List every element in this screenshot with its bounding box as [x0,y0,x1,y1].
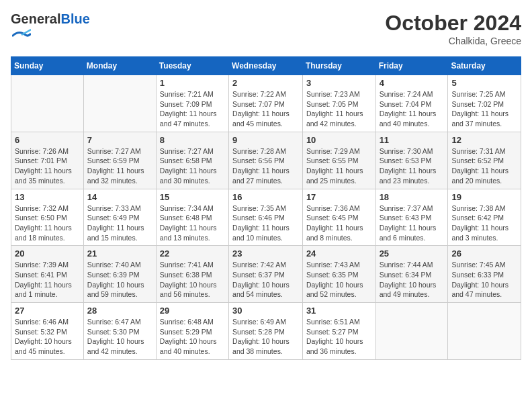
calendar-cell [83,75,156,132]
day-info: Sunrise: 7:23 AMSunset: 7:05 PMDaylight:… [306,89,372,129]
day-info: Sunrise: 7:35 AMSunset: 6:46 PMDaylight:… [232,203,299,243]
logo: GeneralBlue [11,11,90,48]
calendar-cell: 23Sunrise: 7:42 AMSunset: 6:37 PMDayligh… [229,246,303,303]
calendar-week-row: 13Sunrise: 7:32 AMSunset: 6:50 PMDayligh… [11,189,521,246]
calendar-cell: 14Sunrise: 7:33 AMSunset: 6:49 PMDayligh… [83,189,156,246]
day-number: 22 [160,248,225,259]
day-number: 11 [380,135,445,145]
day-info: Sunrise: 7:29 AMSunset: 6:55 PMDaylight:… [306,146,372,186]
day-info: Sunrise: 7:44 AMSunset: 6:34 PMDaylight:… [380,260,445,300]
calendar-cell: 27Sunrise: 6:46 AMSunset: 5:32 PMDayligh… [11,303,84,360]
day-number: 1 [160,78,225,88]
day-number: 26 [451,248,517,259]
day-info: Sunrise: 7:45 AMSunset: 6:33 PMDaylight:… [451,260,517,300]
header-row: SundayMondayTuesdayWednesdayThursdayFrid… [11,57,521,75]
header-day: Tuesday [156,57,228,75]
calendar-week-row: 20Sunrise: 7:39 AMSunset: 6:41 PMDayligh… [11,246,521,303]
day-info: Sunrise: 7:26 AMSunset: 7:01 PMDaylight:… [15,146,80,186]
calendar-cell: 17Sunrise: 7:36 AMSunset: 6:45 PMDayligh… [302,189,375,246]
calendar-cell: 26Sunrise: 7:45 AMSunset: 6:33 PMDayligh… [448,246,521,303]
day-info: Sunrise: 7:34 AMSunset: 6:48 PMDaylight:… [160,203,225,243]
title-block: October 2024 Chalkida, Greece [385,11,521,46]
month-title: October 2024 [385,11,521,36]
day-number: 4 [380,78,445,88]
day-number: 5 [451,78,517,88]
calendar-week-row: 6Sunrise: 7:26 AMSunset: 7:01 PMDaylight… [11,132,521,189]
day-info: Sunrise: 7:27 AMSunset: 6:59 PMDaylight:… [87,146,152,186]
calendar-cell: 18Sunrise: 7:37 AMSunset: 6:43 PMDayligh… [375,189,448,246]
day-info: Sunrise: 7:37 AMSunset: 6:43 PMDaylight:… [380,203,445,243]
calendar-cell: 30Sunrise: 6:49 AMSunset: 5:28 PMDayligh… [229,303,303,360]
header-day: Sunday [11,57,84,75]
day-number: 7 [87,135,152,145]
day-number: 12 [451,135,517,145]
calendar-cell: 6Sunrise: 7:26 AMSunset: 7:01 PMDaylight… [11,132,84,189]
calendar-cell: 7Sunrise: 7:27 AMSunset: 6:59 PMDaylight… [83,132,156,189]
day-number: 28 [87,306,152,316]
calendar-body: 1Sunrise: 7:21 AMSunset: 7:09 PMDaylight… [11,75,521,360]
calendar-cell: 15Sunrise: 7:34 AMSunset: 6:48 PMDayligh… [156,189,228,246]
day-number: 6 [15,135,80,145]
day-info: Sunrise: 6:51 AMSunset: 5:27 PMDaylight:… [306,317,372,357]
calendar-cell: 16Sunrise: 7:35 AMSunset: 6:46 PMDayligh… [229,189,303,246]
day-info: Sunrise: 7:40 AMSunset: 6:39 PMDaylight:… [87,260,152,300]
day-info: Sunrise: 7:43 AMSunset: 6:35 PMDaylight:… [306,260,372,300]
calendar-cell: 24Sunrise: 7:43 AMSunset: 6:35 PMDayligh… [302,246,375,303]
day-number: 9 [232,135,299,145]
calendar-cell [11,75,84,132]
day-number: 27 [15,306,80,316]
day-info: Sunrise: 7:42 AMSunset: 6:37 PMDaylight:… [232,260,299,300]
calendar-header: SundayMondayTuesdayWednesdayThursdayFrid… [11,57,521,75]
day-info: Sunrise: 7:28 AMSunset: 6:56 PMDaylight:… [232,146,299,186]
calendar-cell: 2Sunrise: 7:22 AMSunset: 7:07 PMDaylight… [229,75,303,132]
calendar-cell: 4Sunrise: 7:24 AMSunset: 7:04 PMDaylight… [375,75,448,132]
calendar-cell: 21Sunrise: 7:40 AMSunset: 6:39 PMDayligh… [83,246,156,303]
day-number: 2 [232,78,299,88]
day-info: Sunrise: 7:30 AMSunset: 6:53 PMDaylight:… [380,146,445,186]
day-number: 29 [160,306,225,316]
calendar-cell: 29Sunrise: 6:48 AMSunset: 5:29 PMDayligh… [156,303,228,360]
day-info: Sunrise: 7:27 AMSunset: 6:58 PMDaylight:… [160,146,225,186]
calendar-cell [448,303,521,360]
logo-general: General [11,11,60,26]
header-day: Thursday [302,57,375,75]
day-info: Sunrise: 6:49 AMSunset: 5:28 PMDaylight:… [232,317,299,357]
day-number: 16 [232,192,299,202]
calendar-cell: 8Sunrise: 7:27 AMSunset: 6:58 PMDaylight… [156,132,228,189]
calendar-cell: 11Sunrise: 7:30 AMSunset: 6:53 PMDayligh… [375,132,448,189]
day-number: 10 [306,135,372,145]
day-info: Sunrise: 7:41 AMSunset: 6:38 PMDaylight:… [160,260,225,300]
calendar-table: SundayMondayTuesdayWednesdayThursdayFrid… [11,56,521,360]
calendar-cell: 20Sunrise: 7:39 AMSunset: 6:41 PMDayligh… [11,246,84,303]
calendar-cell: 13Sunrise: 7:32 AMSunset: 6:50 PMDayligh… [11,189,84,246]
day-number: 18 [380,192,445,202]
calendar-cell: 25Sunrise: 7:44 AMSunset: 6:34 PMDayligh… [375,246,448,303]
day-number: 21 [87,248,152,259]
calendar-cell: 28Sunrise: 6:47 AMSunset: 5:30 PMDayligh… [83,303,156,360]
day-info: Sunrise: 7:25 AMSunset: 7:02 PMDaylight:… [451,89,517,129]
day-info: Sunrise: 7:21 AMSunset: 7:09 PMDaylight:… [160,89,225,129]
calendar-cell: 10Sunrise: 7:29 AMSunset: 6:55 PMDayligh… [302,132,375,189]
day-info: Sunrise: 6:47 AMSunset: 5:30 PMDaylight:… [87,317,152,357]
day-number: 30 [232,306,299,316]
day-info: Sunrise: 7:24 AMSunset: 7:04 PMDaylight:… [380,89,445,129]
header-day: Monday [83,57,156,75]
logo-icon [12,27,31,46]
calendar-cell [375,303,448,360]
calendar-cell: 9Sunrise: 7:28 AMSunset: 6:56 PMDaylight… [229,132,303,189]
calendar-week-row: 27Sunrise: 6:46 AMSunset: 5:32 PMDayligh… [11,303,521,360]
day-number: 8 [160,135,225,145]
day-number: 23 [232,248,299,259]
day-info: Sunrise: 7:32 AMSunset: 6:50 PMDaylight:… [15,203,80,243]
calendar-cell: 31Sunrise: 6:51 AMSunset: 5:27 PMDayligh… [302,303,375,360]
day-info: Sunrise: 7:31 AMSunset: 6:52 PMDaylight:… [451,146,517,186]
day-info: Sunrise: 7:22 AMSunset: 7:07 PMDaylight:… [232,89,299,129]
day-number: 25 [380,248,445,259]
day-info: Sunrise: 6:46 AMSunset: 5:32 PMDaylight:… [15,317,80,357]
day-number: 14 [87,192,152,202]
day-number: 13 [15,192,80,202]
calendar-week-row: 1Sunrise: 7:21 AMSunset: 7:09 PMDaylight… [11,75,521,132]
location: Chalkida, Greece [385,36,521,46]
header-day: Saturday [448,57,521,75]
day-number: 3 [306,78,372,88]
